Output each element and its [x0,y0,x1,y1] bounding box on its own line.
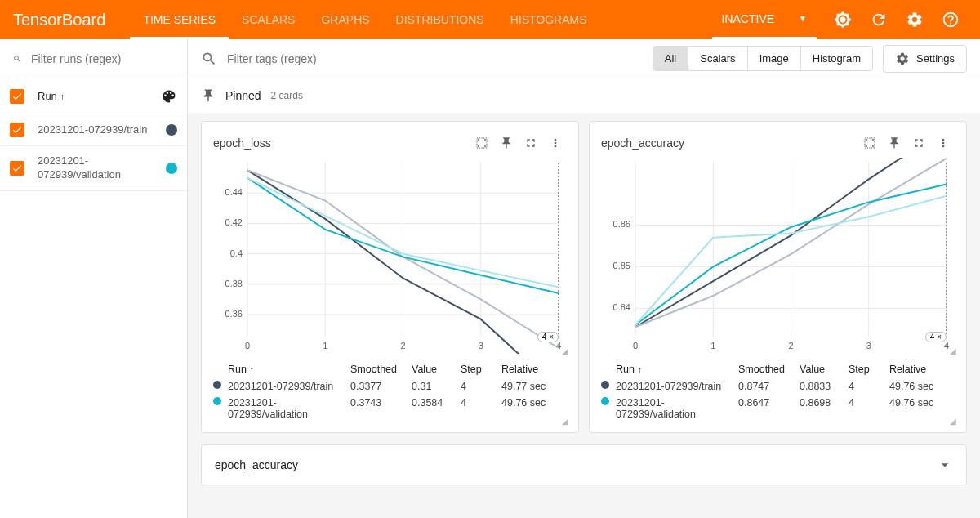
fullscreen-icon[interactable] [907,132,930,154]
filter-tags-search[interactable] [201,51,643,67]
app-header: TensorBoard TIME SERIES SCALARS GRAPHS D… [0,0,980,39]
col-run[interactable]: Run [616,364,635,375]
svg-point-0 [478,139,479,141]
run-checkbox[interactable] [10,161,24,176]
refresh-icon[interactable] [862,3,895,36]
filter-tags-input[interactable] [227,52,643,65]
run-checkbox[interactable] [10,123,24,137]
brightness-icon[interactable] [826,3,859,36]
pinned-section-header[interactable]: Pinned 2 cards [188,78,980,113]
svg-point-25 [866,139,867,141]
col-smoothed[interactable]: Smoothed [350,364,412,375]
svg-text:0: 0 [633,341,638,351]
svg-point-1 [484,139,486,141]
col-step[interactable]: Step [849,364,889,375]
run-color-swatch[interactable] [166,124,177,136]
run-dot-icon [601,381,609,389]
col-relative[interactable]: Relative [889,364,951,375]
main-panel: All Scalars Image Histogram Settings Pin… [188,39,980,518]
gear-icon [895,51,910,66]
col-value[interactable]: Value [800,364,849,375]
col-step[interactable]: Step [461,364,501,375]
search-icon [13,51,21,67]
palette-icon[interactable] [161,88,177,105]
chart-epoch-accuracy[interactable]: 0.840.850.8601234 4 × ◢ [601,158,955,354]
runs-header[interactable]: Run↑ [0,78,187,114]
col-smoothed[interactable]: Smoothed [738,364,800,375]
pin-icon [201,88,216,103]
tab-histograms[interactable]: HISTOGRAMS [497,0,600,39]
data-table: Run ↑ Smoothed Value Step Relative 20231… [213,360,567,422]
col-run[interactable]: Run [228,364,247,375]
run-item-validation[interactable]: 20231201-072939/validation [0,146,187,191]
help-icon[interactable] [934,3,967,36]
svg-text:0.38: 0.38 [225,279,243,288]
main-toolbar: All Scalars Image Histogram Settings [188,39,980,78]
resize-handle[interactable]: ◢ [562,346,568,355]
card-title: epoch_accuracy [601,136,858,150]
filter-runs-input[interactable] [31,52,174,65]
card-type-filter: All Scalars Image Histogram [653,46,873,71]
run-item-train[interactable]: 20231201-072939/train [0,114,187,146]
pinned-label: Pinned [225,89,261,102]
card-title: epoch_loss [213,136,470,150]
search-icon [201,51,217,67]
fit-domain-icon[interactable] [470,132,493,154]
app-title: TensorBoard [13,11,105,29]
run-dot-icon [213,397,221,405]
pin-icon[interactable] [495,132,518,154]
filter-runs-search[interactable] [0,39,187,78]
card-grid: epoch_loss 0.360.380.40.420.4401234 4 × … [188,113,980,441]
section-title: epoch_accuracy [215,458,298,471]
resize-handle[interactable]: ◢ [950,417,956,426]
sort-asc-icon: ↑ [60,92,65,101]
svg-text:1: 1 [710,341,715,351]
pinned-count: 2 cards [271,90,303,101]
table-row: 20231201-072939/train 0.3377 0.31 4 49.7… [213,378,567,395]
col-relative[interactable]: Relative [501,364,563,375]
tab-scalars[interactable]: SCALARS [229,0,308,39]
table-row: 20231201-072939/validation 0.3743 0.3584… [213,395,567,422]
chart-epoch-loss[interactable]: 0.360.380.40.420.4401234 4 × ◢ [213,158,567,354]
select-all-checkbox[interactable] [10,89,24,104]
filter-histogram[interactable]: Histogram [801,47,872,70]
pin-icon[interactable] [883,132,906,154]
settings-button[interactable]: Settings [883,45,967,73]
svg-text:2: 2 [788,341,793,351]
nav-tabs: TIME SERIES SCALARS GRAPHS DISTRIBUTIONS… [130,0,599,39]
svg-text:3: 3 [479,341,483,351]
svg-text:0.4: 0.4 [230,248,243,258]
svg-point-27 [866,145,867,147]
col-value[interactable]: Value [412,364,461,375]
svg-point-28 [872,145,874,147]
card-epoch-accuracy: epoch_accuracy 0.840.850.8601234 4 × ◢ [589,121,967,433]
svg-text:4: 4 [556,341,561,351]
data-table: Run ↑ Smoothed Value Step Relative 20231… [601,360,955,422]
filter-image[interactable]: Image [748,47,801,70]
more-icon[interactable] [932,132,955,154]
tab-time-series[interactable]: TIME SERIES [130,0,229,39]
svg-point-2 [478,145,479,147]
chevron-down-icon [937,457,953,473]
dropdown-arrow-icon: ▼ [799,14,807,23]
svg-text:1: 1 [323,341,327,351]
reload-status-dropdown[interactable]: INACTIVE ▼ [712,0,817,39]
resize-handle[interactable]: ◢ [950,346,956,355]
table-row: 20231201-072939/validation 0.8647 0.8698… [601,395,955,422]
fit-domain-icon[interactable] [858,132,881,154]
svg-point-26 [872,139,874,141]
svg-text:0.86: 0.86 [613,219,630,229]
gear-icon[interactable] [898,3,931,36]
section-epoch-accuracy[interactable]: epoch_accuracy [201,444,967,485]
fullscreen-icon[interactable] [519,132,542,154]
content-area: Pinned 2 cards epoch_loss 0.3 [188,78,980,518]
more-icon[interactable] [544,132,567,154]
tab-distributions[interactable]: DISTRIBUTIONS [383,0,497,39]
resize-handle[interactable]: ◢ [562,417,568,426]
tab-graphs[interactable]: GRAPHS [308,0,382,39]
svg-text:2: 2 [400,341,405,351]
svg-text:4: 4 [944,341,949,351]
filter-all[interactable]: All [653,47,688,70]
run-color-swatch[interactable] [166,163,177,174]
filter-scalars[interactable]: Scalars [688,47,747,70]
